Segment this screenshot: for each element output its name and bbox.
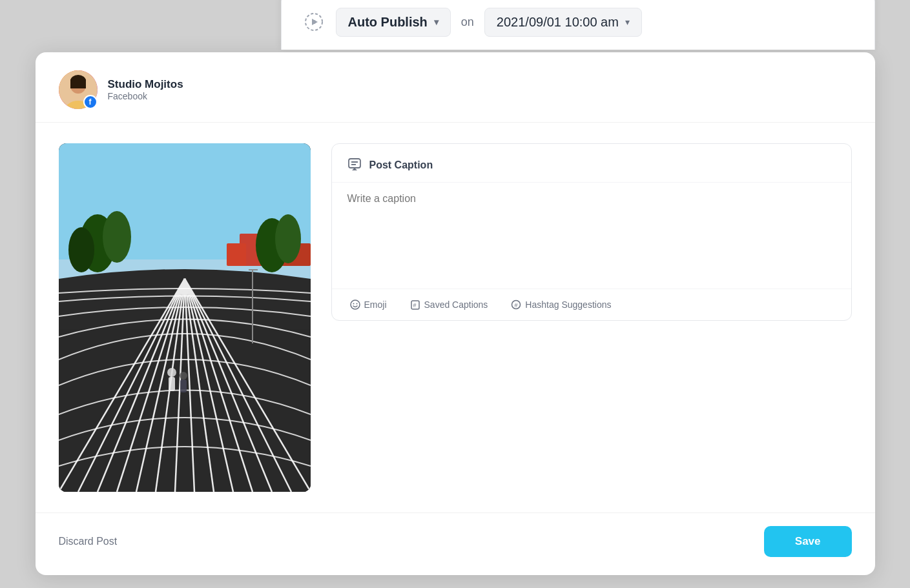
svg-text:#: #: [413, 302, 416, 309]
discard-button[interactable]: Discard Post: [59, 529, 118, 554]
svg-rect-9: [70, 79, 86, 88]
svg-rect-36: [169, 377, 175, 391]
saved-captions-button[interactable]: # Saved Captions: [405, 297, 493, 312]
caption-box-header: Post Caption: [332, 144, 851, 183]
publish-mode-label: Auto Publish: [348, 15, 428, 30]
track-art: [59, 143, 311, 492]
date-dropdown[interactable]: 2021/09/01 10:00 am ▾: [484, 8, 642, 37]
svg-point-17: [103, 211, 131, 263]
date-chevron: ▾: [625, 17, 630, 27]
card-content: Post Caption Emoji: [36, 123, 875, 512]
hashtag-suggestions-button[interactable]: # Hashtag Suggestions: [506, 297, 616, 312]
svg-point-45: [353, 303, 354, 304]
page-wrapper: Auto Publish ▾ on 2021/09/01 10:00 am ▾: [36, 14, 875, 575]
account-info: Studio Mojitos Facebook: [108, 78, 183, 101]
svg-rect-15: [227, 243, 246, 266]
svg-point-37: [180, 372, 187, 380]
card-footer: Discard Post Save: [36, 512, 875, 575]
date-label: 2021/09/01 10:00 am: [497, 15, 619, 30]
caption-icon: [347, 157, 362, 174]
on-label: on: [461, 15, 474, 29]
svg-point-46: [356, 303, 357, 304]
card-header: f Studio Mojitos Facebook: [36, 52, 875, 123]
caption-textarea[interactable]: [332, 183, 851, 286]
publish-mode-dropdown[interactable]: Auto Publish ▾: [336, 8, 451, 37]
account-platform: Facebook: [108, 91, 183, 101]
emoji-button[interactable]: Emoji: [345, 297, 392, 312]
svg-point-18: [68, 227, 94, 272]
svg-point-20: [275, 214, 301, 263]
publish-mode-chevron: ▾: [434, 17, 439, 27]
avatar-wrap: f: [59, 70, 98, 109]
svg-point-35: [167, 368, 176, 377]
account-name: Studio Mojitos: [108, 78, 183, 91]
main-card: f Studio Mojitos Facebook: [36, 52, 875, 575]
svg-point-44: [351, 300, 360, 309]
caption-title: Post Caption: [369, 159, 433, 171]
top-bar: Auto Publish ▾ on 2021/09/01 10:00 am ▾: [281, 0, 875, 50]
caption-toolbar: Emoji # Saved Captions: [332, 289, 851, 320]
caption-box: Post Caption Emoji: [331, 143, 852, 321]
svg-text:#: #: [515, 302, 518, 309]
post-image: [59, 143, 311, 492]
svg-rect-38: [180, 380, 187, 392]
save-button[interactable]: Save: [764, 526, 852, 557]
facebook-badge: f: [83, 95, 98, 109]
svg-point-2: [312, 20, 316, 24]
auto-publish-icon: [302, 10, 326, 34]
caption-panel: Post Caption Emoji: [331, 143, 852, 321]
svg-rect-41: [349, 159, 360, 168]
